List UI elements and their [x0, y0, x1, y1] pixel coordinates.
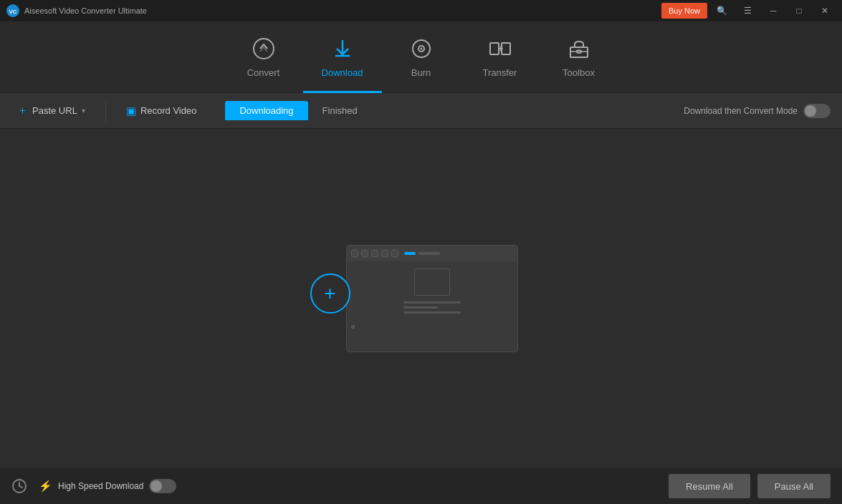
maximize-button[interactable]: □: [788, 3, 810, 19]
record-video-button[interactable]: ▣ Record Video: [120, 102, 203, 120]
maximize-icon: □: [796, 6, 801, 16]
high-speed-toggle[interactable]: [149, 479, 176, 493]
nav-label-download: Download: [322, 67, 363, 78]
browser-btn-2: [361, 250, 368, 257]
record-video-label: Record Video: [140, 105, 197, 116]
search-icon-button[interactable]: 🔍: [710, 3, 733, 19]
nav-item-transfer[interactable]: Transfer: [461, 21, 540, 93]
titlebar-left: VC Aiseesoft Video Converter Ultimate: [6, 4, 147, 18]
search-icon: 🔍: [717, 6, 727, 16]
browser-url-bar: [404, 252, 416, 255]
burn-icon: [408, 36, 434, 62]
download-convert-toggle[interactable]: [803, 104, 831, 118]
minimize-icon: ─: [770, 6, 777, 16]
high-speed-section: ⚡ High Speed Download: [39, 479, 176, 493]
browser-titlebar: [347, 246, 517, 261]
hamburger-icon: ☰: [744, 6, 752, 16]
nav-item-download[interactable]: Download: [303, 21, 382, 93]
minimize-button[interactable]: ─: [762, 3, 785, 19]
browser-btn-3: [371, 250, 378, 257]
close-icon: ✕: [821, 6, 828, 16]
download-convert-mode-section: Download then Convert Mode: [684, 104, 831, 118]
resume-all-button[interactable]: Resume All: [669, 474, 750, 498]
browser-btn-1: [351, 250, 358, 257]
sub-toolbar-tabs: Downloading Finished: [225, 101, 371, 120]
paste-url-button[interactable]: ＋ Paste URL ▾: [11, 101, 91, 120]
svg-text:VC: VC: [9, 9, 16, 15]
empty-state: +: [325, 245, 518, 352]
nav-label-toolbox: Toolbox: [563, 67, 595, 78]
app-title: Aiseesoft Video Converter Ultimate: [24, 6, 147, 15]
lightning-icon: ⚡: [39, 480, 52, 493]
buy-now-button[interactable]: Buy Now: [661, 3, 707, 19]
pause-all-button[interactable]: Pause All: [757, 474, 831, 498]
browser-url-line: [418, 252, 440, 255]
close-button[interactable]: ✕: [813, 3, 836, 19]
dropdown-arrow-icon: ▾: [82, 107, 85, 115]
nav-item-toolbox[interactable]: Toolbox: [540, 21, 618, 93]
divider: [105, 100, 106, 122]
browser-illustration: [346, 245, 518, 352]
app-logo: VC: [6, 4, 20, 18]
nav-label-transfer: Transfer: [483, 67, 517, 78]
nav-item-convert[interactable]: Convert: [224, 21, 303, 93]
download-icon: [330, 36, 355, 62]
tab-finished[interactable]: Finished: [308, 101, 372, 120]
add-url-button[interactable]: +: [310, 273, 350, 314]
browser-content: [347, 261, 517, 321]
nav-label-convert: Convert: [247, 67, 280, 78]
tab-downloading[interactable]: Downloading: [225, 101, 307, 120]
download-convert-mode-label: Download then Convert Mode: [684, 106, 798, 116]
nav-toolbar: Convert Download Burn: [0, 21, 842, 93]
convert-icon: [251, 36, 277, 62]
hamburger-menu-button[interactable]: ☰: [736, 3, 759, 19]
svg-rect-8: [570, 47, 588, 57]
bottom-bar-right: Resume All Pause All: [669, 474, 831, 498]
browser-thumbnail: [414, 268, 450, 296]
plus-icon: +: [324, 284, 335, 304]
toolbox-icon: [566, 36, 592, 62]
browser-btn-4: [381, 250, 388, 257]
svg-rect-6: [490, 43, 499, 54]
schedule-icon-wrap[interactable]: [11, 478, 27, 494]
bottom-bar: ⚡ High Speed Download Resume All Pause A…: [0, 468, 842, 504]
schedule-icon: [11, 478, 27, 494]
titlebar-controls: Buy Now 🔍 ☰ ─ □ ✕: [661, 3, 836, 19]
paste-url-label: Paste URL: [32, 105, 77, 116]
browser-text-lines: [403, 301, 461, 314]
transfer-icon: [487, 36, 513, 62]
plus-icon: ＋: [17, 104, 28, 117]
sub-toolbar: ＋ Paste URL ▾ ▣ Record Video Downloading…: [0, 93, 842, 129]
browser-dot: [351, 325, 355, 329]
nav-label-burn: Burn: [411, 67, 431, 78]
high-speed-label: High Speed Download: [58, 481, 143, 491]
main-content: +: [0, 129, 842, 468]
nav-item-burn[interactable]: Burn: [382, 21, 461, 93]
svg-point-2: [254, 39, 274, 59]
record-icon: ▣: [126, 105, 136, 117]
browser-line-3: [403, 311, 461, 314]
browser-btn-5: [391, 250, 398, 257]
svg-point-5: [420, 48, 422, 50]
browser-line-1: [403, 301, 461, 304]
titlebar: VC Aiseesoft Video Converter Ultimate Bu…: [0, 0, 842, 21]
browser-line-2: [403, 306, 438, 309]
